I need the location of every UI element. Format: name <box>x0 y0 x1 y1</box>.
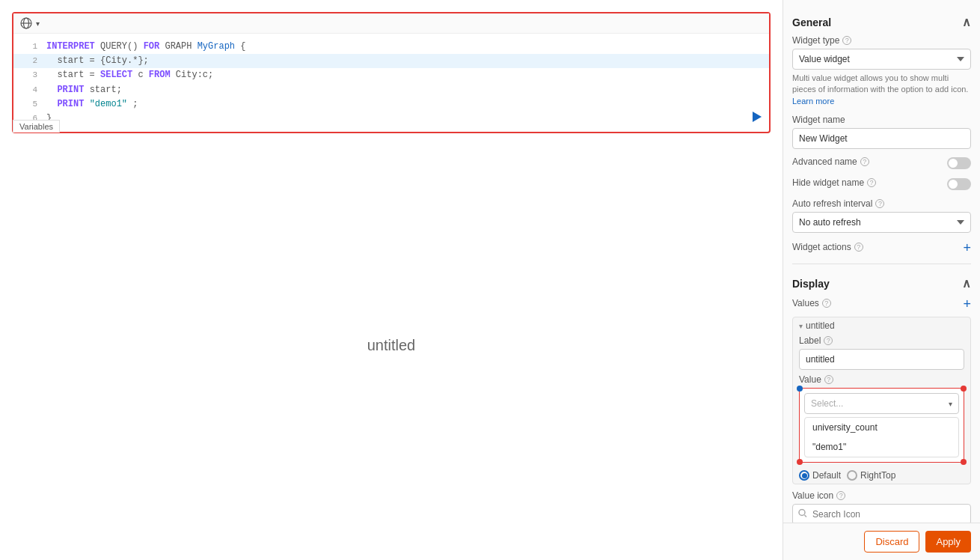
display-section-header: Display ∧ <box>792 270 971 296</box>
globe-icon <box>19 16 33 30</box>
code-line-6: 6 } <box>13 112 769 126</box>
hide-widget-name-label: Hide widget name ? <box>792 177 876 188</box>
values-row: Values ? + <box>792 296 971 312</box>
widget-actions-add-button[interactable]: + <box>963 240 971 256</box>
auto-refresh-info-icon: ? <box>875 199 884 208</box>
values-add-button[interactable]: + <box>963 296 971 312</box>
label-field-label: Label ? <box>799 335 964 346</box>
position-righttop-radio[interactable] <box>847 470 857 481</box>
auto-refresh-select[interactable]: No auto refresh5 seconds10 seconds30 sec… <box>792 212 971 233</box>
select-chevron-icon: ▾ <box>949 400 952 408</box>
svg-marker-3 <box>753 112 762 122</box>
chevron-down-icon: ▾ <box>36 19 40 28</box>
widget-actions-row: Widget actions ? + <box>792 240 971 256</box>
widget-name-field: Widget name <box>792 115 971 149</box>
run-button[interactable] <box>750 110 763 126</box>
advanced-name-row: Advanced name ? <box>792 156 971 170</box>
value-field-label: Value ? <box>799 374 964 385</box>
search-icon-wrapper <box>792 504 971 523</box>
values-label: Values ? <box>792 298 831 308</box>
general-collapse-icon[interactable]: ∧ <box>962 15 971 29</box>
corner-dot-bl <box>797 459 803 465</box>
general-section: General ∧ Widget type ? Value widgetChar… <box>792 9 971 256</box>
widget-type-info-icon: ? <box>842 36 851 45</box>
widget-name-label: Widget name <box>792 115 971 125</box>
search-icon <box>798 509 807 520</box>
value-item: ▾ untitled Label ? Value <box>792 317 971 484</box>
code-line-1: 1 INTERPRET QUERY() FOR GRAPH MyGraph { <box>13 40 769 54</box>
widget-type-label: Widget type ? <box>792 35 971 46</box>
learn-more-link[interactable]: Learn more <box>792 97 834 106</box>
position-righttop-option[interactable]: RightTop <box>847 470 895 481</box>
general-section-header: General ∧ <box>792 9 971 35</box>
advanced-name-toggle[interactable] <box>947 157 971 169</box>
general-title: General <box>792 16 831 28</box>
widget-type-select[interactable]: Value widgetChart widgetTable widget <box>792 49 971 70</box>
section-divider <box>792 264 971 264</box>
canvas-label: untitled <box>367 337 416 354</box>
auto-refresh-field: Auto refresh interval ? No auto refresh5… <box>792 198 971 233</box>
position-default-radio[interactable] <box>799 470 809 481</box>
widget-name-input[interactable] <box>792 128 971 149</box>
label-field-input[interactable] <box>799 349 964 370</box>
corner-dot-br <box>961 459 967 465</box>
value-icon-label: Value icon ? <box>792 490 971 501</box>
code-line-2: 2 start = {City.*}; <box>13 54 769 68</box>
apply-button[interactable]: Apply <box>925 531 971 553</box>
code-editor[interactable]: ▾ 1 INTERPRET QUERY() FOR GRAPH MyGraph … <box>12 12 771 133</box>
code-line-4: 4 PRINT start; <box>13 83 769 97</box>
svg-line-5 <box>805 515 807 517</box>
code-lines: 1 INTERPRET QUERY() FOR GRAPH MyGraph { … <box>13 34 769 132</box>
value-info-icon: ? <box>824 375 833 384</box>
panel-footer: Discard Apply <box>783 523 980 560</box>
widget-actions-info-icon: ? <box>854 243 863 252</box>
widget-actions-label: Widget actions ? <box>792 242 863 252</box>
position-default-option[interactable]: Default <box>799 470 841 481</box>
variables-tab[interactable]: Variables <box>13 120 60 133</box>
dropdown-option-2[interactable]: "demo1" <box>805 437 958 457</box>
position-row: Default RightTop <box>799 470 964 481</box>
code-line-5: 5 PRINT "demo1" ; <box>13 97 769 112</box>
value-icon-field: Value icon ? <box>792 490 971 523</box>
display-title: Display <box>792 278 830 290</box>
svg-point-4 <box>799 510 805 516</box>
corner-dot-tr <box>961 386 967 392</box>
advanced-name-info-icon: ? <box>860 157 869 166</box>
values-info-icon: ? <box>822 299 831 308</box>
widget-type-description: Multi value widget allows you to show mu… <box>792 73 971 107</box>
advanced-name-label: Advanced name ? <box>792 156 869 167</box>
value-select[interactable]: Select... ▾ <box>804 393 959 414</box>
display-section: Display ∧ Values ? + ▾ untitled <box>792 270 971 523</box>
search-icon-input[interactable] <box>792 504 971 523</box>
dropdown-options: university_count "demo1" <box>804 417 959 457</box>
hide-widget-name-row: Hide widget name ? <box>792 177 971 191</box>
auto-refresh-label: Auto refresh interval ? <box>792 198 971 209</box>
corner-dot-tl <box>797 386 803 392</box>
dropdown-option-1[interactable]: university_count <box>805 418 958 437</box>
canvas-area: untitled <box>12 142 771 548</box>
value-item-name: untitled <box>806 320 835 331</box>
value-icon-info-icon: ? <box>836 491 845 500</box>
discard-button[interactable]: Discard <box>864 531 919 553</box>
hide-widget-name-info-icon: ? <box>867 178 876 187</box>
value-item-arrow-icon: ▾ <box>799 322 803 330</box>
code-line-3: 3 start = SELECT c FROM City:c; <box>13 68 769 82</box>
hide-widget-name-toggle[interactable] <box>947 178 971 190</box>
label-info-icon: ? <box>824 336 833 345</box>
value-item-header[interactable]: ▾ untitled <box>799 320 964 331</box>
display-collapse-icon[interactable]: ∧ <box>962 276 971 290</box>
widget-type-field: Widget type ? Value widgetChart widgetTa… <box>792 35 971 107</box>
code-editor-header: ▾ <box>13 13 769 34</box>
label-field-row: Label ? <box>799 335 964 370</box>
